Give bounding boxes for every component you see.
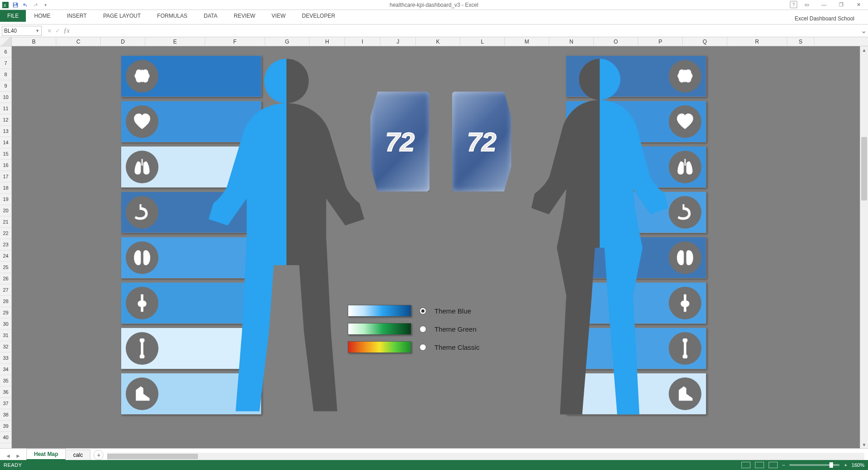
formula-input[interactable] — [72, 26, 859, 36]
maximize-icon[interactable]: ❐ — [833, 0, 849, 9]
row-header-12[interactable]: 12 — [0, 114, 11, 126]
formula-expand-icon[interactable]: ⌄ — [859, 26, 868, 35]
redo-icon[interactable] — [32, 1, 39, 9]
col-header-F[interactable]: F — [205, 37, 265, 46]
file-tab[interactable]: FILE — [0, 10, 26, 22]
col-header-J[interactable]: J — [380, 37, 416, 46]
col-header-L[interactable]: L — [460, 37, 505, 46]
col-header-B[interactable]: B — [12, 37, 56, 46]
row-header-35[interactable]: 35 — [0, 375, 11, 387]
fx-icon[interactable]: ƒx — [64, 27, 69, 34]
sheet-add-button[interactable]: + — [94, 450, 104, 460]
stomach-icon — [126, 196, 158, 229]
row-header-40[interactable]: 40 — [0, 432, 11, 443]
minimize-icon[interactable]: ― — [816, 0, 832, 9]
col-header-C[interactable]: C — [56, 37, 101, 46]
radio-theme-green[interactable] — [419, 326, 426, 333]
col-header-M[interactable]: M — [505, 37, 549, 46]
col-header-K[interactable]: K — [416, 37, 460, 46]
row-header-25[interactable]: 25 — [0, 262, 11, 273]
radio-theme-classic[interactable] — [419, 344, 426, 351]
ribbon-tab-review[interactable]: REVIEW — [226, 10, 263, 22]
row-header-29[interactable]: 29 — [0, 307, 11, 318]
formula-cancel-icon[interactable]: ✕ — [47, 28, 52, 34]
col-header-O[interactable]: O — [594, 37, 638, 46]
ribbon-tab-formulas[interactable]: FORMULAS — [149, 10, 196, 22]
row-header-32[interactable]: 32 — [0, 341, 11, 352]
ribbon-tab-data[interactable]: DATA — [196, 10, 226, 22]
row-header-33[interactable]: 33 — [0, 352, 11, 364]
view-pagebreak-icon[interactable] — [769, 462, 778, 468]
ribbon-tab-home[interactable]: HOME — [26, 10, 59, 22]
ribbon-tab-developer[interactable]: DEVELOPER — [294, 10, 343, 22]
row-header-16[interactable]: 16 — [0, 160, 11, 171]
row-header-22[interactable]: 22 — [0, 228, 11, 239]
ribbon-tab-pagelayout[interactable]: PAGE LAYOUT — [95, 10, 149, 22]
name-box-dropdown-icon[interactable]: ▼ — [35, 29, 39, 33]
close-icon[interactable]: ✕ — [851, 0, 866, 9]
row-header-15[interactable]: 15 — [0, 148, 11, 160]
row-header-9[interactable]: 9 — [0, 80, 11, 92]
lungs-icon — [126, 151, 158, 183]
row-header-38[interactable]: 38 — [0, 409, 11, 421]
name-box[interactable]: BL40 ▼ — [2, 26, 42, 36]
row-header-7[interactable]: 7 — [0, 58, 11, 69]
row-header-31[interactable]: 31 — [0, 330, 11, 341]
sheet-tab-calc[interactable]: calc — [65, 450, 90, 460]
formula-confirm-icon[interactable]: ✓ — [55, 28, 60, 34]
row-header-21[interactable]: 21 — [0, 216, 11, 228]
help-icon[interactable]: ? — [790, 1, 797, 8]
sheet-tab-heatmap[interactable]: Heat Map — [26, 449, 66, 460]
row-header-20[interactable]: 20 — [0, 205, 11, 216]
undo-icon[interactable] — [22, 1, 29, 9]
row-header-34[interactable]: 34 — [0, 364, 11, 375]
save-icon[interactable] — [12, 1, 19, 9]
qat-customize-icon[interactable]: ▾ — [42, 1, 49, 9]
row-header-23[interactable]: 23 — [0, 239, 11, 250]
col-header-Q[interactable]: Q — [683, 37, 727, 46]
col-header-D[interactable]: D — [101, 37, 145, 46]
scroll-down-icon[interactable]: ▼ — [860, 441, 868, 448]
row-header-36[interactable]: 36 — [0, 387, 11, 398]
col-header-G[interactable]: G — [265, 37, 310, 46]
row-header-14[interactable]: 14 — [0, 137, 11, 148]
select-all-triangle[interactable] — [0, 37, 12, 46]
horizontal-scrollbar[interactable] — [107, 453, 864, 460]
row-header-37[interactable]: 37 — [0, 398, 11, 409]
view-pagelayout-icon[interactable] — [755, 462, 764, 468]
row-header-8[interactable]: 8 — [0, 69, 11, 80]
scroll-thumb[interactable] — [861, 137, 867, 201]
zoom-out-icon[interactable]: − — [782, 462, 785, 468]
radio-theme-blue[interactable] — [419, 308, 426, 314]
col-header-R[interactable]: R — [727, 37, 787, 46]
row-header-11[interactable]: 11 — [0, 103, 11, 114]
row-header-13[interactable]: 13 — [0, 126, 11, 137]
col-header-E[interactable]: E — [145, 37, 205, 46]
row-header-10[interactable]: 10 — [0, 92, 11, 103]
row-header-18[interactable]: 18 — [0, 182, 11, 194]
row-header-39[interactable]: 39 — [0, 421, 11, 432]
sheet-nav-prev-icon[interactable]: ◄ — [4, 452, 13, 460]
vertical-scrollbar[interactable]: ▲ ▼ — [860, 46, 868, 448]
col-header-H[interactable]: H — [310, 37, 345, 46]
row-header-27[interactable]: 27 — [0, 284, 11, 296]
row-header-6[interactable]: 6 — [0, 46, 11, 58]
ribbon-display-icon[interactable]: ▭ — [799, 0, 814, 9]
sheet-nav-next-icon[interactable]: ► — [14, 452, 23, 460]
scroll-up-icon[interactable]: ▲ — [860, 46, 868, 54]
ribbon-tab-view[interactable]: VIEW — [263, 10, 294, 22]
row-header-30[interactable]: 30 — [0, 318, 11, 330]
row-header-17[interactable]: 17 — [0, 171, 11, 182]
zoom-in-icon[interactable]: + — [844, 462, 847, 468]
row-header-26[interactable]: 26 — [0, 273, 11, 284]
ribbon-tab-insert[interactable]: INSERT — [59, 10, 95, 22]
col-header-N[interactable]: N — [549, 37, 594, 46]
row-header-19[interactable]: 19 — [0, 194, 11, 205]
col-header-I[interactable]: I — [345, 37, 380, 46]
row-header-24[interactable]: 24 — [0, 250, 11, 262]
row-header-28[interactable]: 28 — [0, 296, 11, 307]
view-normal-icon[interactable] — [741, 462, 750, 468]
zoom-slider[interactable] — [789, 464, 839, 466]
col-header-P[interactable]: P — [638, 37, 683, 46]
col-header-S[interactable]: S — [787, 37, 814, 46]
